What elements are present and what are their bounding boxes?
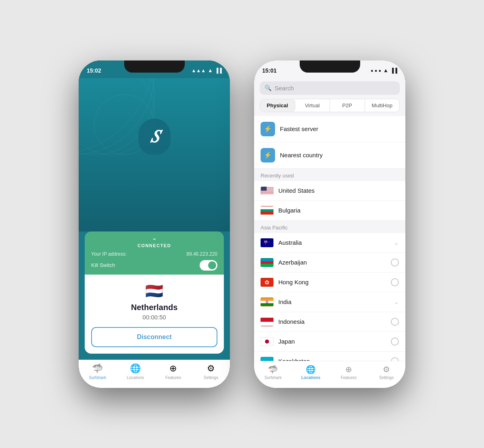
radio-id[interactable]: [391, 318, 399, 326]
search-placeholder-text: Search: [275, 85, 294, 92]
surfshark-logo: 𝑆: [138, 119, 171, 155]
nav-locations[interactable]: 🌐 Locations: [117, 363, 154, 380]
country-name-hk: Hong Kong: [278, 279, 386, 285]
signal-icon: ▲▲▲: [191, 68, 206, 73]
asia-pacific-header: Asia Pacific: [254, 221, 405, 233]
nav2-settings[interactable]: ⚙ Settings: [367, 365, 405, 380]
settings-nav-label-2: Settings: [379, 375, 394, 380]
features-nav-label: Features: [165, 375, 181, 380]
status-icons-2: ● ● ● ▲ ▐▐: [371, 67, 397, 73]
fastest-server-icon: ⚡: [261, 122, 275, 136]
country-name-au: Australia: [278, 239, 389, 246]
flag-jp: [261, 337, 273, 346]
chevron-up-icon[interactable]: ⌄: [91, 234, 217, 242]
radio-kz[interactable]: [391, 357, 399, 361]
teal-background: 𝑆: [79, 78, 230, 231]
tab-virtual[interactable]: Virtual: [295, 99, 330, 112]
location-list: ⚡ Fastest server ⚡ Nearest country Recen…: [254, 116, 405, 361]
shark-s: 𝑆: [150, 126, 159, 147]
connected-country-name: Netherlands: [91, 303, 217, 312]
features-nav-label-2: Features: [341, 375, 357, 380]
tab-multihop[interactable]: MultiHop: [365, 99, 400, 112]
nearest-country-icon: ⚡: [261, 148, 275, 163]
radio-jp[interactable]: [391, 338, 399, 346]
features-nav-icon-2: ⊕: [345, 365, 352, 374]
country-item-au[interactable]: 🇦🇺 Australia ⌄: [254, 233, 405, 253]
flag-bg: [261, 206, 273, 215]
disconnect-button[interactable]: Disconnect: [91, 327, 217, 347]
kill-switch-row: Kill Switch: [91, 260, 217, 271]
country-name-id: Indonesia: [278, 318, 386, 325]
fastest-server-item[interactable]: ⚡ Fastest server: [254, 116, 405, 142]
nav-features[interactable]: ⊕ Features: [154, 363, 192, 380]
country-item-jp[interactable]: Japan: [254, 332, 405, 352]
radio-az[interactable]: [391, 258, 399, 267]
surfshark-nav-icon-2: 🦈: [268, 365, 278, 374]
battery-icon-2: ▐▐: [390, 68, 397, 73]
search-bar[interactable]: 🔍 Search: [260, 81, 400, 95]
nav2-surfshark[interactable]: 🦈 Surfshark: [254, 365, 292, 380]
country-name-az: Azerbaijan: [278, 259, 386, 266]
bottom-nav-1: 🦈 Surfshark 🌐 Locations ⊕ Features ⚙ Set…: [79, 360, 230, 388]
settings-nav-icon-2: ⚙: [383, 365, 390, 374]
country-item-us[interactable]: United States: [254, 181, 405, 201]
expand-in-icon: ⌄: [394, 298, 399, 306]
notch: [124, 60, 185, 73]
phone-2: 15:01 ● ● ● ▲ ▐▐ 🔍 Search Physical Virtu…: [254, 60, 405, 388]
recently-used-header: Recently used: [254, 169, 405, 181]
kill-switch-label: Kill Switch: [91, 262, 115, 268]
flag-us: [261, 186, 273, 195]
time-2: 15:01: [262, 67, 277, 74]
country-name-bg: Bulgaria: [278, 207, 399, 214]
nav2-features[interactable]: ⊕ Features: [330, 365, 368, 380]
country-item-bg[interactable]: Bulgaria: [254, 201, 405, 221]
country-name-kz: Kazakhstan: [278, 358, 386, 361]
flag-hk: ✿: [261, 278, 273, 287]
connected-panel: ⌄ CONNECTED Your IP address: 89.46.223.2…: [85, 231, 224, 275]
ip-label: Your IP address:: [91, 251, 127, 257]
wifi-icon-2: ▲: [383, 67, 388, 73]
surfshark-nav-icon: 🦈: [92, 363, 103, 374]
flag-id: [261, 317, 273, 326]
phone-1: 15:02 ▲▲▲ ▲ ▐▐ 𝑆: [79, 60, 230, 388]
filter-tabs: Physical Virtual P2P MultiHop: [260, 99, 400, 112]
flag-az: [261, 258, 273, 267]
search-icon: 🔍: [265, 85, 271, 91]
nav2-locations[interactable]: 🌐 Locations: [292, 365, 330, 380]
tab-physical[interactable]: Physical: [260, 99, 295, 112]
connected-label: CONNECTED: [91, 243, 217, 248]
locations-nav-label-2: Locations: [301, 375, 320, 380]
surfshark-nav-label: Surfshark: [89, 375, 106, 380]
flag-kz: [261, 357, 273, 361]
flag-in: [261, 298, 273, 306]
country-item-id[interactable]: Indonesia: [254, 312, 405, 332]
nav-surfshark[interactable]: 🦈 Surfshark: [79, 363, 117, 380]
radio-hk[interactable]: [391, 278, 399, 286]
locations-nav-icon-2: 🌐: [306, 365, 316, 374]
status-icons-1: ▲▲▲ ▲ ▐▐: [191, 67, 222, 73]
nearest-country-item[interactable]: ⚡ Nearest country: [254, 142, 405, 169]
locations-nav-label: Locations: [127, 375, 144, 380]
connection-timer: 00:00:50: [91, 314, 217, 321]
time-1: 15:02: [87, 67, 101, 74]
settings-nav-label: Settings: [204, 375, 218, 380]
signal-icon-2: ● ● ●: [371, 68, 381, 73]
tab-p2p[interactable]: P2P: [330, 99, 365, 112]
flag-au: 🇦🇺: [261, 238, 273, 247]
country-item-in[interactable]: India ⌄: [254, 292, 405, 312]
nearest-country-label: Nearest country: [280, 152, 323, 158]
ip-row: Your IP address: 89.46.223.220: [91, 251, 217, 257]
bottom-card: 🇳🇱 Netherlands 00:00:50 Disconnect: [85, 275, 224, 354]
country-flag-emoji: 🇳🇱: [91, 283, 217, 300]
notch-2: [300, 60, 360, 73]
country-item-hk[interactable]: ✿ Hong Kong: [254, 273, 405, 292]
features-nav-icon: ⊕: [169, 363, 177, 374]
nav-settings[interactable]: ⚙ Settings: [192, 363, 230, 380]
bottom-nav-2: 🦈 Surfshark 🌐 Locations ⊕ Features ⚙ Set…: [254, 361, 405, 388]
country-item-az[interactable]: Azerbaijan: [254, 253, 405, 273]
country-name-jp: Japan: [278, 338, 386, 345]
country-name-in: India: [278, 298, 389, 305]
settings-nav-icon: ⚙: [207, 363, 215, 374]
kill-switch-toggle[interactable]: [200, 260, 217, 271]
country-item-kz[interactable]: Kazakhstan: [254, 352, 405, 361]
